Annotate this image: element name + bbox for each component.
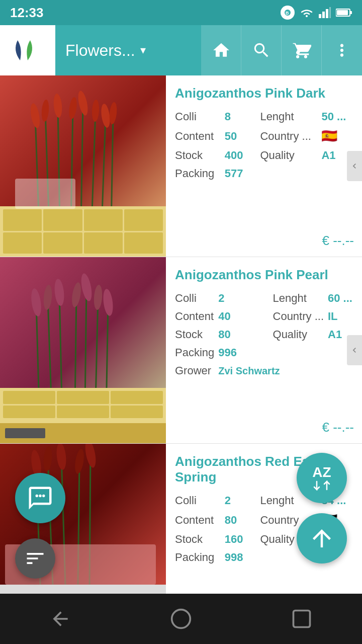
svg-point-37 — [79, 273, 94, 302]
country-label-1: Country ... — [260, 130, 317, 143]
product-title-2: Anigozanthos Pink Pearl — [175, 267, 353, 283]
bottom-navigation — [0, 594, 362, 644]
colli-label-2: Colli — [175, 292, 214, 305]
stock-label-2: Stock — [175, 328, 214, 341]
header-title: Flowers... — [65, 41, 135, 60]
product-title-1: Anigozanthos Pink Dark — [175, 86, 353, 101]
chevron-button-1[interactable] — [347, 151, 362, 181]
chat-fab-button[interactable] — [15, 473, 65, 523]
svg-point-34 — [43, 284, 53, 310]
product-details-2: Colli 2 Lenght 60 ... Content 40 Country… — [175, 292, 353, 377]
grower-label-2: Grower — [175, 364, 214, 377]
svg-point-36 — [70, 282, 82, 308]
header-title-area: Flowers... ▾ — [55, 41, 201, 60]
svg-rect-54 — [294, 611, 310, 627]
sort-arrows-icon — [312, 480, 332, 491]
svg-point-19 — [41, 99, 50, 122]
svg-point-48 — [73, 448, 85, 474]
svg-point-20 — [53, 93, 63, 118]
battery-icon — [336, 8, 352, 17]
quality-label-2: Quality — [273, 328, 324, 341]
svg-point-22 — [76, 90, 89, 116]
search-icon — [252, 41, 271, 60]
apps-nav-button[interactable] — [291, 608, 313, 630]
flower-photo-2 — [0, 257, 166, 443]
back-nav-button[interactable] — [49, 608, 71, 630]
country-flag-1: 🇪🇸 — [321, 128, 353, 144]
content-value-3: 80 — [225, 514, 256, 527]
logo-icon — [10, 35, 45, 65]
packing-value-1: 577 — [225, 167, 256, 180]
svg-point-52 — [42, 495, 45, 497]
svg-rect-4 — [322, 12, 325, 18]
colli-label-3: Colli — [175, 494, 221, 507]
product-info-1: Anigozanthos Pink Dark Colli 8 Lenght 50… — [166, 75, 362, 257]
product-details-1: Colli 8 Lenght 50 ... Content 50 Country… — [175, 110, 353, 180]
stock-value-1: 400 — [225, 149, 256, 162]
svg-point-47 — [55, 444, 67, 470]
chevron-button-2[interactable] — [347, 335, 362, 365]
status-icons: B — [281, 6, 352, 20]
packing-value-2: 996 — [218, 346, 268, 359]
price-1: € --.-- — [322, 233, 354, 249]
az-sort-icon: AZ — [312, 465, 332, 491]
country-label-2: Country ... — [273, 310, 324, 323]
bounty-icon: B — [281, 6, 295, 20]
packing-label-3: Packing — [175, 551, 221, 564]
svg-rect-3 — [319, 14, 321, 18]
content-value-1: 50 — [225, 130, 256, 143]
content-value-2: 40 — [218, 310, 268, 323]
stock-value-2: 80 — [218, 328, 268, 341]
cart-icon — [292, 41, 311, 60]
back-icon — [49, 608, 71, 630]
svg-point-46 — [43, 446, 53, 471]
dropdown-icon[interactable]: ▾ — [140, 44, 146, 57]
colli-label-1: Colli — [175, 110, 221, 123]
quality-label-1: Quality — [260, 149, 317, 162]
status-time: 12:33 — [10, 5, 44, 21]
product-image-1[interactable] — [0, 75, 166, 257]
content-label-3: Content — [175, 514, 221, 527]
home-nav-button[interactable] — [170, 608, 192, 630]
svg-rect-9 — [337, 10, 348, 15]
svg-point-53 — [172, 610, 191, 628]
az-sort-fab-button[interactable]: AZ — [297, 453, 347, 503]
country-flag-2: IL — [328, 310, 353, 323]
svg-point-23 — [92, 100, 100, 122]
svg-point-18 — [29, 103, 41, 129]
svg-point-38 — [93, 285, 103, 310]
packing-label-2: Packing — [175, 346, 214, 359]
lenght-label-2: Lenght — [273, 292, 324, 305]
status-bar: 12:33 B — [0, 0, 362, 25]
menu-button[interactable] — [322, 25, 362, 75]
product-card: Anigozanthos Pink Dark Colli 8 Lenght 50… — [0, 75, 362, 257]
product-card-2: Anigozanthos Pink Pearl Colli 2 Lenght 6… — [0, 257, 362, 444]
filter-fab-button[interactable] — [15, 538, 55, 579]
product-info-2: Anigozanthos Pink Pearl Colli 2 Lenght 6… — [166, 257, 362, 443]
svg-point-39 — [102, 288, 114, 316]
square-icon — [291, 608, 313, 630]
packing-label-1: Packing — [175, 167, 221, 180]
scroll-up-fab-button[interactable] — [297, 513, 347, 564]
more-icon — [332, 41, 351, 60]
colli-value-3: 2 — [225, 494, 256, 507]
arrow-up-icon — [308, 525, 335, 552]
svg-rect-6 — [329, 7, 331, 18]
lenght-value-1: 50 ... — [321, 110, 353, 123]
price-2: € --.-- — [322, 420, 354, 435]
lenght-label-1: Lenght — [260, 110, 317, 123]
svg-point-49 — [83, 444, 98, 468]
signal-icon — [319, 7, 331, 18]
wifi-icon — [300, 7, 314, 18]
svg-point-51 — [39, 495, 41, 497]
content-label-1: Content — [175, 130, 221, 143]
svg-rect-8 — [350, 11, 352, 14]
circle-home-icon — [170, 608, 192, 630]
home-button[interactable] — [201, 25, 241, 75]
cart-button[interactable] — [282, 25, 322, 75]
svg-point-2 — [306, 15, 308, 17]
header-actions — [201, 25, 362, 75]
product-image-2[interactable] — [0, 257, 166, 443]
search-button[interactable] — [241, 25, 282, 75]
grower-value-2: Zvi Schwartz — [218, 365, 268, 377]
